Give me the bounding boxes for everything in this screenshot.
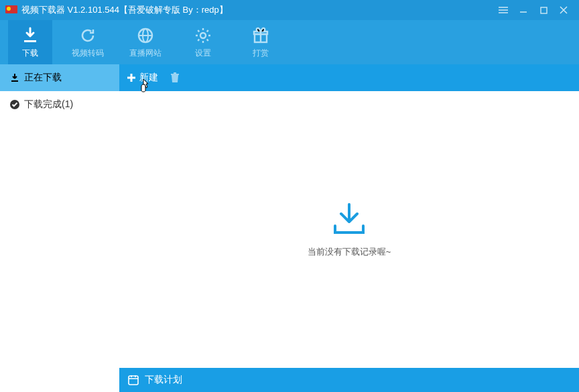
menu-icon — [499, 7, 508, 13]
plus-icon — [126, 72, 137, 83]
trash-icon — [170, 72, 180, 83]
sidebar: 正在下载 下载完成(1) — [0, 64, 119, 392]
toolbar-label: 直播网站 — [129, 48, 162, 59]
gift-icon — [251, 26, 270, 45]
empty-download-icon — [330, 202, 369, 237]
toolbar-transcode[interactable]: 视频转码 — [66, 20, 110, 64]
calendar-icon — [127, 374, 139, 386]
downloading-icon — [9, 72, 20, 83]
new-button[interactable]: 新建 — [126, 72, 158, 84]
content-panel: 新建 当前没有下载记录喔~ 下载计划 — [119, 64, 579, 392]
close-icon — [560, 6, 568, 14]
main-toolbar: 下载 视频转码 直播网站 设置 打赏 — [0, 20, 579, 64]
sidebar-downloading[interactable]: 正在下载 — [0, 64, 119, 91]
toolbar-label: 设置 — [195, 48, 211, 59]
footer-bar[interactable]: 下载计划 — [119, 368, 579, 392]
svg-rect-1 — [24, 40, 36, 42]
maximize-icon — [540, 7, 548, 14]
delete-button[interactable] — [170, 72, 180, 83]
toolbar-livesites[interactable]: 直播网站 — [123, 20, 168, 64]
globe-icon — [136, 26, 155, 45]
check-icon — [9, 99, 20, 110]
toolbar-label: 打赏 — [253, 48, 269, 59]
sidebar-completed[interactable]: 下载完成(1) — [0, 91, 119, 118]
window-title: 视频下载器 V1.2.101.544【吾爱破解专版 By：redp】 — [21, 4, 228, 16]
minimize-button[interactable] — [513, 0, 533, 20]
toolbar-label: 下载 — [22, 48, 38, 59]
new-button-label: 新建 — [139, 72, 158, 84]
close-button[interactable] — [554, 0, 574, 20]
toolbar-download[interactable]: 下载 — [8, 20, 52, 64]
toolbar-donate[interactable]: 打赏 — [239, 20, 283, 64]
svg-rect-7 — [11, 80, 18, 82]
refresh-icon — [78, 26, 97, 45]
sidebar-item-label: 下载完成(1) — [24, 99, 73, 111]
toolbar-label: 视频转码 — [72, 48, 104, 59]
toolbar-settings[interactable]: 设置 — [181, 20, 225, 64]
svg-rect-0 — [541, 7, 547, 13]
footer-label: 下载计划 — [145, 374, 182, 386]
empty-text: 当前没有下载记录喔~ — [308, 246, 391, 258]
download-icon — [21, 26, 40, 45]
body-area: 正在下载 下载完成(1) 新建 当前没有下载记录喔~ — [0, 64, 579, 392]
menu-button[interactable] — [493, 0, 513, 20]
svg-rect-9 — [129, 376, 138, 385]
gear-icon — [194, 26, 212, 45]
maximize-button[interactable] — [533, 0, 554, 20]
minimize-icon — [519, 6, 527, 14]
app-icon — [5, 5, 17, 15]
content-header: 新建 — [119, 64, 579, 91]
titlebar[interactable]: 视频下载器 V1.2.101.544【吾爱破解专版 By：redp】 — [0, 0, 579, 20]
app-window: 视频下载器 V1.2.101.544【吾爱破解专版 By：redp】 下载 视频… — [0, 0, 579, 392]
content-body: 当前没有下载记录喔~ — [119, 91, 579, 368]
svg-point-4 — [200, 33, 206, 38]
sidebar-item-label: 正在下载 — [24, 72, 62, 84]
